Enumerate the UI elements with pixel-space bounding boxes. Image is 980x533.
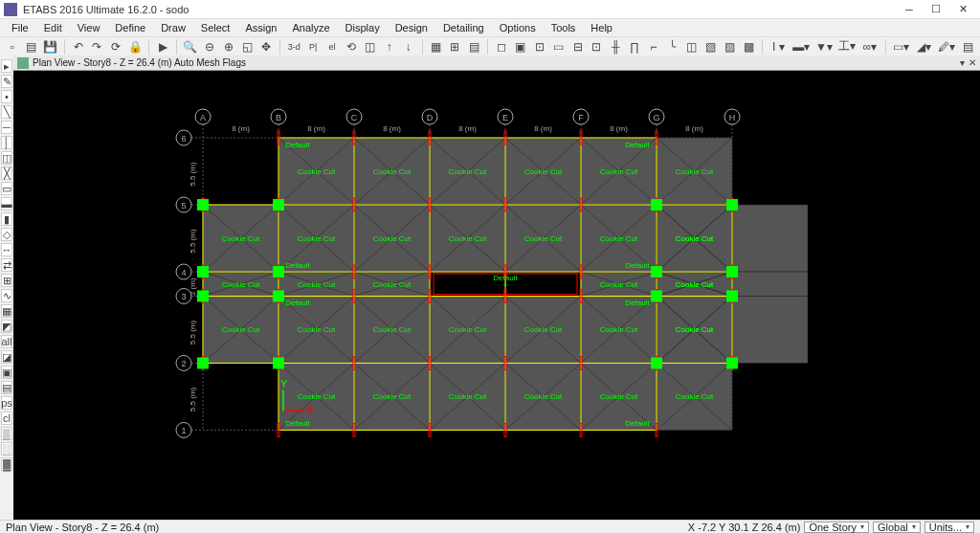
tb1-k[interactable]: ◫ xyxy=(683,38,701,56)
view-plan-icon[interactable]: P| xyxy=(304,38,322,56)
view-tab-close-icon[interactable]: ✕ xyxy=(969,57,976,68)
tb1-p[interactable]: ▬▾ xyxy=(791,38,812,56)
menu-view[interactable]: View xyxy=(70,20,108,35)
svg-rect-235 xyxy=(273,266,284,278)
tb1-m[interactable]: ▨ xyxy=(722,38,739,56)
menu-help[interactable]: Help xyxy=(583,20,620,35)
window-maximize-button[interactable]: ☐ xyxy=(923,0,949,19)
status-coord-select[interactable]: Global xyxy=(873,522,921,533)
new-icon[interactable]: ▫ xyxy=(4,38,21,56)
open-icon[interactable]: ▤ xyxy=(23,38,40,56)
tb1-a[interactable]: ◻ xyxy=(493,38,510,56)
lb-col-icon[interactable]: │ xyxy=(1,136,12,149)
lb-pointer-icon[interactable]: ▸ xyxy=(1,59,12,73)
lb-frame-icon[interactable]: ╲ xyxy=(1,105,12,119)
lb-c-icon[interactable]: all xyxy=(1,335,12,348)
lb-sec-icon[interactable]: ◫ xyxy=(1,151,12,165)
menu-detailing[interactable]: Detailing xyxy=(435,20,492,35)
zoom-in-icon[interactable]: 🔍 xyxy=(182,38,199,56)
menu-display[interactable]: Display xyxy=(338,20,388,35)
undo-icon[interactable]: ↶ xyxy=(70,38,87,56)
menu-draw[interactable]: Draw xyxy=(153,20,193,35)
tb1-u[interactable]: ◢▾ xyxy=(913,38,934,56)
lb-h-icon[interactable]: cl xyxy=(1,411,12,425)
lb-g-icon[interactable]: ps xyxy=(1,396,12,410)
tb1-r[interactable]: 工▾ xyxy=(836,38,858,56)
menu-analyze[interactable]: Analyze xyxy=(284,20,337,35)
up-icon[interactable]: ↑ xyxy=(381,38,398,56)
menu-assign[interactable]: Assign xyxy=(237,20,284,35)
lb-dim-icon[interactable]: ↔ xyxy=(1,243,12,256)
status-units-select[interactable]: Units... xyxy=(924,522,974,533)
menu-tools[interactable]: Tools xyxy=(544,20,584,35)
lock-icon[interactable]: 🔒 xyxy=(126,38,144,56)
view-3d-icon[interactable]: 3-d xyxy=(285,38,302,56)
toolbar-row-1: ▫ ▤ 💾 ↶ ↷ ⟳ 🔒 ▶ 🔍 ⊖ ⊕ ◱ ✥ 3-d P| el ⟲ ◫ … xyxy=(0,36,980,56)
lb-j-icon[interactable]: ░ xyxy=(1,442,12,455)
menu-design[interactable]: Design xyxy=(388,20,435,35)
persp-icon[interactable]: ◫ xyxy=(362,38,379,56)
pan-icon[interactable]: ✥ xyxy=(258,38,276,56)
tb1-b[interactable]: ▣ xyxy=(512,38,529,56)
lb-a-icon[interactable]: ▦ xyxy=(1,304,12,318)
lb-wall2-icon[interactable]: ▮ xyxy=(1,212,12,226)
object-icon[interactable]: ▦ xyxy=(428,38,445,56)
lb-floor-icon[interactable]: ▭ xyxy=(1,182,12,195)
tb1-j[interactable]: ╰ xyxy=(664,38,681,56)
lb-i-icon[interactable]: ▒ xyxy=(1,427,12,440)
layers-icon[interactable]: ▤ xyxy=(465,38,482,56)
menu-file[interactable]: File xyxy=(4,20,36,35)
tb1-c[interactable]: ⊡ xyxy=(531,38,548,56)
menu-edit[interactable]: Edit xyxy=(36,20,70,35)
tb1-n[interactable]: ▩ xyxy=(741,38,758,56)
lb-wall-icon[interactable]: ▬ xyxy=(1,197,12,211)
zoom-out-icon[interactable]: ⊖ xyxy=(201,38,218,56)
rotate-icon[interactable]: ⟲ xyxy=(343,38,360,56)
lb-reshape-icon[interactable]: ✎ xyxy=(1,75,12,88)
lb-node-icon[interactable]: • xyxy=(1,90,12,103)
svg-text:Cookie Cut: Cookie Cut xyxy=(373,280,412,289)
grid-icon[interactable]: ⊞ xyxy=(446,38,463,56)
menu-define[interactable]: Define xyxy=(107,20,153,35)
lb-k-icon[interactable]: ▓ xyxy=(1,457,12,471)
tb1-q[interactable]: ▼▾ xyxy=(813,38,835,56)
refresh-icon[interactable]: ⟳ xyxy=(107,38,124,56)
svg-text:5.5 (m): 5.5 (m) xyxy=(189,229,197,254)
save-icon[interactable]: 💾 xyxy=(42,38,59,56)
lb-bracing-icon[interactable]: ╳ xyxy=(1,167,12,180)
window-close-button[interactable]: ✕ xyxy=(949,0,976,19)
tb1-h[interactable]: ∏ xyxy=(626,38,643,56)
lb-d-icon[interactable]: ◪ xyxy=(1,350,12,364)
tb1-s[interactable]: ∞▾ xyxy=(859,38,880,56)
lb-b-icon[interactable]: ◩ xyxy=(1,320,12,333)
zoom-window-icon[interactable]: ◱ xyxy=(239,38,256,56)
view-tab-dropdown-icon[interactable]: ▾ xyxy=(960,57,965,68)
zoom-fit-icon[interactable]: ⊕ xyxy=(220,38,237,56)
tb1-f[interactable]: ⊡ xyxy=(589,38,606,56)
lb-e-icon[interactable]: ▣ xyxy=(1,366,12,379)
run-icon[interactable]: ▶ xyxy=(154,38,171,56)
lb-poly-icon[interactable]: ◇ xyxy=(1,228,12,241)
tb1-t[interactable]: ▭▾ xyxy=(891,38,912,56)
lb-grid-icon[interactable]: ⊞ xyxy=(1,274,12,287)
status-story-select[interactable]: One Story xyxy=(804,522,869,533)
tb1-l[interactable]: ▧ xyxy=(702,38,720,56)
menu-select[interactable]: Select xyxy=(193,20,238,35)
view-elev-icon[interactable]: el xyxy=(323,38,341,56)
tb1-w[interactable]: ▤ xyxy=(959,38,976,56)
lb-beam-icon[interactable]: ─ xyxy=(1,121,12,134)
window-minimize-button[interactable]: ─ xyxy=(896,0,923,19)
menu-options[interactable]: Options xyxy=(492,20,544,35)
tb1-v[interactable]: 🖉▾ xyxy=(936,38,957,56)
redo-icon[interactable]: ↷ xyxy=(89,38,106,56)
down-icon[interactable]: ↓ xyxy=(400,38,417,56)
lb-snap-icon[interactable]: ∿ xyxy=(1,289,12,302)
tb1-o[interactable]: I ▾ xyxy=(768,38,789,56)
model-canvas[interactable]: ABCDEFGH6543218 (m)8 (m)8 (m)8 (m)8 (m)8… xyxy=(13,71,980,520)
tb1-g[interactable]: ╫ xyxy=(607,38,624,56)
lb-link-icon[interactable]: ⇄ xyxy=(1,258,12,272)
lb-f-icon[interactable]: ▤ xyxy=(1,381,12,394)
tb1-e[interactable]: ⊟ xyxy=(569,38,587,56)
tb1-d[interactable]: ▭ xyxy=(550,38,568,56)
tb1-i[interactable]: ⌐ xyxy=(645,38,662,56)
